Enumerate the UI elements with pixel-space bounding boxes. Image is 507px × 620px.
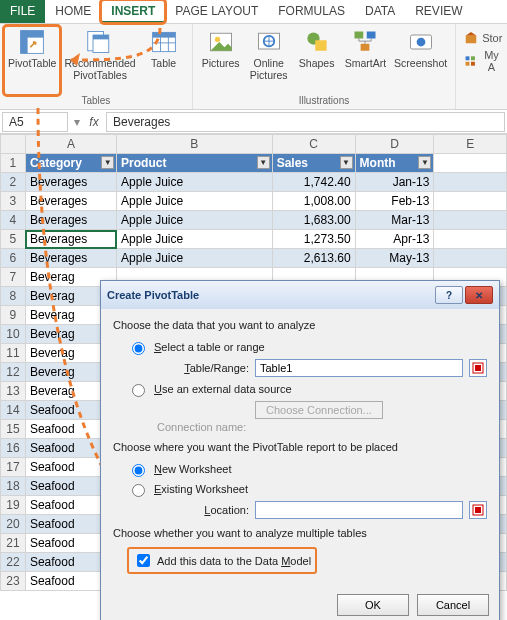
row-header[interactable]: 11: [1, 344, 26, 363]
row-header[interactable]: 5: [1, 230, 26, 249]
cell[interactable]: Jan-13: [355, 173, 434, 192]
cell[interactable]: May-13: [355, 249, 434, 268]
filter-icon[interactable]: ▼: [257, 156, 270, 169]
select-table-radio[interactable]: [132, 342, 145, 355]
cell[interactable]: Feb-13: [355, 192, 434, 211]
tab-file[interactable]: FILE: [0, 0, 45, 23]
row-header[interactable]: 17: [1, 458, 26, 477]
row-header[interactable]: 15: [1, 420, 26, 439]
cancel-button[interactable]: Cancel: [417, 594, 489, 616]
screenshot-button[interactable]: Screenshot: [390, 26, 451, 95]
table-range-input[interactable]: [255, 359, 463, 377]
row-header[interactable]: 19: [1, 496, 26, 515]
help-button[interactable]: ?: [435, 286, 463, 304]
cell[interactable]: Apple Juice: [117, 173, 273, 192]
pivottable-button[interactable]: PivotTable: [4, 26, 60, 95]
row-header[interactable]: 18: [1, 477, 26, 496]
cell[interactable]: Beverages: [25, 192, 116, 211]
cell[interactable]: Beverages: [25, 211, 116, 230]
col-C[interactable]: C: [272, 135, 355, 154]
row-header[interactable]: 12: [1, 363, 26, 382]
header-month[interactable]: Month▼: [355, 154, 434, 173]
col-B[interactable]: B: [117, 135, 273, 154]
pictures-button[interactable]: Pictures: [197, 26, 245, 95]
row-header[interactable]: 3: [1, 192, 26, 211]
recommended-pivottables-button[interactable]: Recommended PivotTables: [60, 26, 139, 95]
row-header[interactable]: 4: [1, 211, 26, 230]
select-all[interactable]: [1, 135, 26, 154]
col-A[interactable]: A: [25, 135, 116, 154]
cell[interactable]: [434, 230, 507, 249]
svg-rect-19: [361, 44, 370, 51]
filter-icon[interactable]: ▼: [418, 156, 431, 169]
col-E[interactable]: E: [434, 135, 507, 154]
row-header[interactable]: 20: [1, 515, 26, 534]
tab-pagelayout[interactable]: PAGE LAYOUT: [165, 0, 268, 23]
row-header[interactable]: 16: [1, 439, 26, 458]
tab-home[interactable]: HOME: [45, 0, 101, 23]
fx-button[interactable]: fx: [84, 115, 104, 129]
row-header[interactable]: 22: [1, 553, 26, 572]
range-picker-button[interactable]: [469, 359, 487, 377]
row-header[interactable]: 10: [1, 325, 26, 344]
row-header[interactable]: 13: [1, 382, 26, 401]
filter-icon[interactable]: ▼: [340, 156, 353, 169]
header-sales[interactable]: Sales▼: [272, 154, 355, 173]
location-input[interactable]: [255, 501, 463, 519]
cell[interactable]: Beverages: [25, 230, 116, 249]
external-source-radio[interactable]: [132, 384, 145, 397]
name-box-dropdown[interactable]: ▾: [70, 115, 84, 129]
cell[interactable]: Mar-13: [355, 211, 434, 230]
col-D[interactable]: D: [355, 135, 434, 154]
row-header[interactable]: 8: [1, 287, 26, 306]
ok-button[interactable]: OK: [337, 594, 409, 616]
cell[interactable]: Apr-13: [355, 230, 434, 249]
table-button[interactable]: Table: [140, 26, 188, 95]
row-header[interactable]: 21: [1, 534, 26, 553]
row-header[interactable]: 23: [1, 572, 26, 591]
row-1[interactable]: 1: [1, 154, 26, 173]
cell[interactable]: Beverages: [25, 249, 116, 268]
filter-icon[interactable]: ▼: [101, 156, 114, 169]
screenshot-label: Screenshot: [394, 58, 447, 70]
close-button[interactable]: ✕: [465, 286, 493, 304]
cell[interactable]: 1,742.40: [272, 173, 355, 192]
cell[interactable]: Apple Juice: [117, 192, 273, 211]
cell[interactable]: [434, 211, 507, 230]
cell[interactable]: Apple Juice: [117, 230, 273, 249]
name-box[interactable]: A5: [2, 112, 68, 132]
tab-review[interactable]: REVIEW: [405, 0, 472, 23]
myapps-button[interactable]: My A: [462, 48, 504, 74]
cell[interactable]: 1,008.00: [272, 192, 355, 211]
formula-input[interactable]: Beverages: [106, 112, 505, 132]
header-category[interactable]: Category▼: [25, 154, 116, 173]
location-picker-button[interactable]: [469, 501, 487, 519]
row-header[interactable]: 7: [1, 268, 26, 287]
row-header[interactable]: 9: [1, 306, 26, 325]
shapes-button[interactable]: Shapes: [293, 26, 341, 95]
cell[interactable]: [434, 173, 507, 192]
row-header[interactable]: 6: [1, 249, 26, 268]
cell[interactable]: [434, 192, 507, 211]
add-to-data-model-checkbox[interactable]: [137, 554, 150, 567]
tab-insert[interactable]: INSERT: [101, 0, 165, 23]
row-header[interactable]: 2: [1, 173, 26, 192]
existing-worksheet-radio[interactable]: [132, 484, 145, 497]
cell[interactable]: 2,613.60: [272, 249, 355, 268]
cell[interactable]: [434, 249, 507, 268]
cell[interactable]: Apple Juice: [117, 211, 273, 230]
header-product[interactable]: Product▼: [117, 154, 273, 173]
row-header[interactable]: 14: [1, 401, 26, 420]
cell[interactable]: 1,683.00: [272, 211, 355, 230]
cell-E1[interactable]: [434, 154, 507, 173]
store-button[interactable]: Stor: [462, 30, 504, 46]
tab-formulas[interactable]: FORMULAS: [268, 0, 355, 23]
smartart-button[interactable]: SmartArt: [341, 26, 390, 95]
cell[interactable]: Apple Juice: [117, 249, 273, 268]
dialog-titlebar[interactable]: Create PivotTable ? ✕: [101, 281, 499, 309]
cell[interactable]: Beverages: [25, 173, 116, 192]
new-worksheet-radio[interactable]: [132, 464, 145, 477]
tab-data[interactable]: DATA: [355, 0, 405, 23]
cell[interactable]: 1,273.50: [272, 230, 355, 249]
online-pictures-button[interactable]: Online Pictures: [245, 26, 293, 95]
